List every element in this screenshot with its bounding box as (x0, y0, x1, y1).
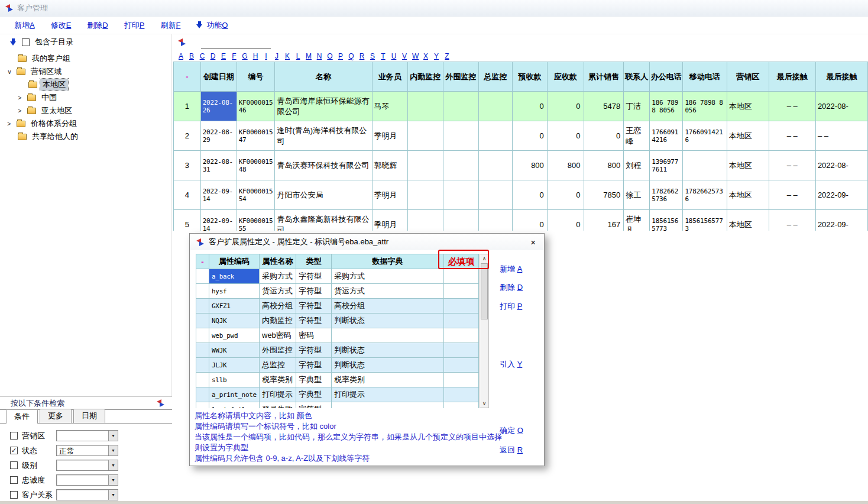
letter-link-O[interactable]: O (327, 52, 333, 60)
column-header-code[interactable]: 编号 (237, 62, 275, 92)
column-header-total-monitor[interactable]: 总监控 (478, 62, 512, 92)
filter-checkbox-level[interactable] (10, 461, 18, 469)
cell-mobile-phone[interactable]: 18561565773 (683, 210, 727, 231)
cell-office-phone[interactable]: 13969777611 (650, 151, 683, 180)
cell-attr-name[interactable]: 打印提示 (260, 387, 296, 402)
tree-item-shared-to-others[interactable]: 共享给他人的 (0, 130, 171, 143)
cell-total-sales[interactable]: 7850 (584, 180, 624, 210)
letter-link-C[interactable]: C (199, 52, 205, 60)
letter-link-A[interactable]: A (178, 52, 184, 60)
swap-icon[interactable] (177, 38, 186, 46)
cell-external-monitor[interactable] (443, 180, 478, 210)
cell-attr-name[interactable]: 高校分组 (260, 299, 296, 314)
filter-tab-more[interactable]: 更多 (40, 409, 72, 423)
cell-attr-name[interactable]: web密码 (260, 328, 296, 343)
cell-contact[interactable]: 崔坤凡 (624, 210, 650, 231)
cell-attr-type[interactable]: 字符型 (296, 314, 332, 328)
cell-salesperson[interactable]: 季明月 (372, 121, 407, 151)
cell-internal-monitor[interactable] (407, 151, 443, 180)
cell-data-dict[interactable] (332, 328, 444, 343)
column-header-mobile-phone[interactable]: 移动电话 (683, 62, 727, 92)
letter-link-F[interactable]: F (231, 52, 237, 60)
cell-mobile-phone[interactable]: 17826625736 (683, 180, 727, 210)
letter-link-N[interactable]: N (316, 52, 322, 60)
tree-expander-icon[interactable]: ∨ (7, 68, 17, 76)
tree-expander-icon[interactable]: > (18, 107, 27, 114)
cell-attr-name[interactable]: 内勤监控 (260, 314, 296, 328)
letter-link-G[interactable]: G (242, 52, 248, 60)
column-header-salesperson[interactable]: 业务员 (372, 62, 407, 92)
cell-last-contact[interactable]: – – (769, 210, 815, 231)
column-header-prepaid[interactable]: 预收款 (513, 62, 548, 92)
dropdown-arrow-icon[interactable]: ▼ (108, 460, 118, 470)
cell-row-index[interactable]: 5 (174, 210, 201, 231)
cell-row-index[interactable] (196, 314, 209, 328)
cell-attr-type[interactable]: 字符型 (296, 299, 332, 314)
cell-data-dict[interactable] (332, 402, 444, 409)
tree-expander-icon[interactable]: > (7, 120, 17, 127)
dialog-button-print[interactable]: 打印 P (500, 301, 522, 312)
cell-required[interactable] (444, 387, 479, 402)
filter-checkbox-loyalty[interactable] (10, 476, 18, 484)
cell-last-contact-2[interactable]: 2022-08- (815, 151, 867, 180)
cell-required[interactable] (444, 269, 479, 284)
cell-attr-code[interactable]: sllb (209, 373, 260, 387)
dialog-button-delete[interactable]: 删除 D (500, 282, 523, 293)
cell-office-phone[interactable]: 186 7898 8056 (650, 92, 683, 121)
cell-region[interactable]: 本地区 (727, 121, 769, 151)
cell-receivable[interactable]: 0 (547, 92, 584, 121)
cell-row-index[interactable] (196, 387, 209, 402)
cell-attr-name[interactable]: 货运方式 (260, 284, 296, 299)
attr-column-header-data-dict[interactable]: 数据字典 (332, 254, 444, 269)
cell-contact[interactable]: 丁洁 (624, 92, 650, 121)
cell-salesperson[interactable]: 季明月 (372, 210, 407, 231)
cell-internal-monitor[interactable] (407, 92, 443, 121)
cell-salesperson[interactable]: 郭晓辉 (372, 151, 407, 180)
cell-attr-code[interactable]: a_print_note (209, 387, 260, 402)
cell-receivable[interactable]: 800 (547, 151, 584, 180)
letter-link-Y[interactable]: Y (433, 52, 439, 60)
letter-link-D[interactable]: D (210, 52, 216, 60)
column-header-contact[interactable]: 联系人 (624, 62, 650, 92)
dropdown-arrow-icon[interactable]: ▼ (108, 475, 118, 485)
cell-total-monitor[interactable] (478, 210, 512, 231)
cell-attr-type[interactable]: 字符型 (296, 269, 332, 284)
cell-last-contact[interactable]: – – (769, 121, 815, 151)
cell-salesperson[interactable]: 季明月 (372, 180, 407, 210)
filter-checkbox-status[interactable]: ✓ (10, 447, 18, 454)
cell-total-sales[interactable]: 5478 (584, 92, 624, 121)
cell-external-monitor[interactable] (443, 121, 478, 151)
cell-row-index[interactable]: 1 (174, 92, 201, 121)
cell-office-phone[interactable]: 17826625736 (650, 180, 683, 210)
cell-data-dict[interactable]: 采购方式 (332, 269, 444, 284)
cell-data-dict[interactable]: 判断状态 (332, 358, 444, 373)
cell-attr-type[interactable]: 字典型 (296, 373, 332, 387)
cell-total-monitor[interactable] (478, 92, 512, 121)
cell-office-phone[interactable]: 17660914216 (650, 121, 683, 151)
cell-row-index[interactable] (196, 373, 209, 387)
dropdown-arrow-icon[interactable]: ▼ (108, 490, 118, 500)
letter-link-P[interactable]: P (338, 52, 344, 60)
column-header-create-date[interactable]: 创建日期 (200, 62, 237, 92)
cell-attr-type[interactable]: 密码 (296, 328, 332, 343)
cell-row-index[interactable] (196, 343, 209, 358)
letter-link-W[interactable]: W (412, 52, 418, 60)
cell-required[interactable] (444, 328, 479, 343)
cell-required[interactable] (444, 373, 479, 387)
cell-receivable[interactable]: 0 (547, 210, 584, 231)
cell-row-index[interactable]: 3 (174, 151, 201, 180)
tree-expander-icon[interactable]: > (18, 94, 27, 101)
column-header-region[interactable]: 营销区 (727, 62, 769, 92)
cell-attr-code[interactable]: a_back (209, 269, 260, 284)
dialog-button-import[interactable]: 引入 Y (500, 359, 522, 370)
dialog-button-add[interactable]: 新增 A (500, 264, 522, 274)
cell-create-date[interactable]: 2022-08-31 (200, 151, 237, 180)
letter-link-V[interactable]: V (401, 52, 407, 60)
cell-prepaid[interactable]: 0 (513, 180, 548, 210)
dropdown-arrow-icon[interactable]: ▼ (108, 431, 118, 441)
cell-region[interactable]: 本地区 (727, 180, 769, 210)
cell-row-index[interactable] (196, 284, 209, 299)
cell-required[interactable] (444, 358, 479, 373)
cell-mobile-phone[interactable]: 186 7898 8056 (683, 92, 727, 121)
filter-dropdown-status[interactable]: 正常▼ (56, 445, 118, 456)
